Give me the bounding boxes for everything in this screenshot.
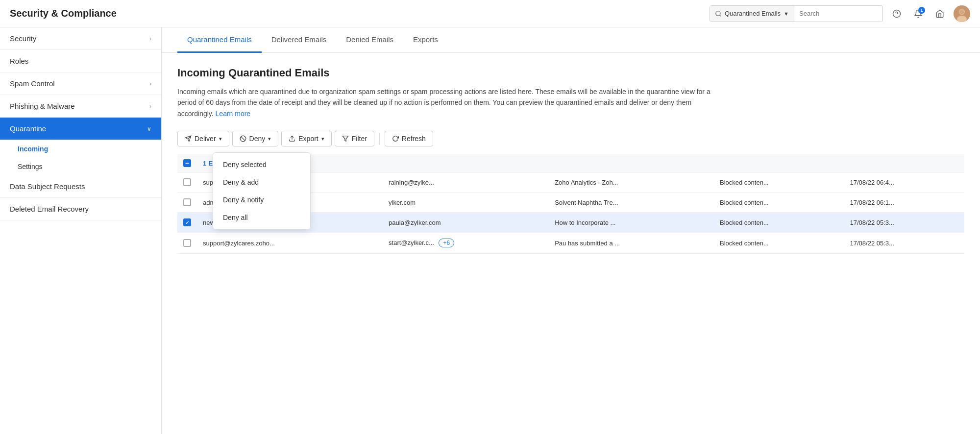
row4-checkbox[interactable] — [183, 239, 191, 247]
sidebar-chevron-security: › — [149, 35, 151, 42]
sidebar: Security › Roles Spam Control › Phishing… — [0, 27, 162, 434]
tab-denied-emails[interactable]: Denied Emails — [336, 27, 403, 53]
dropdown-chevron-icon: ▼ — [784, 11, 789, 17]
sidebar-item-data-subject-label: Data Subject Requests — [10, 182, 85, 191]
deny-add-option[interactable]: Deny & add — [213, 173, 310, 191]
row3-date: 17/08/22 05:3... — [850, 219, 894, 226]
deny-chevron-icon: ▾ — [268, 136, 271, 142]
sidebar-chevron-quarantine: ∨ — [147, 125, 151, 132]
sidebar-sub-item-incoming[interactable]: Incoming — [0, 140, 161, 158]
refresh-button[interactable]: Refresh — [385, 131, 433, 146]
col-header-reason — [714, 154, 844, 172]
sidebar-item-data-subject[interactable]: Data Subject Requests — [0, 175, 161, 198]
sidebar-sub-item-incoming-label: Incoming — [18, 145, 48, 153]
row3-checkbox[interactable]: ✓ — [183, 218, 191, 226]
col-header-checkbox: − — [177, 154, 197, 172]
row4-subject: Pau has submitted a ... — [555, 240, 653, 247]
help-button[interactable] — [889, 6, 905, 22]
page-title: Incoming Quarantined Emails — [177, 67, 964, 79]
avatar-svg — [954, 5, 970, 22]
deny-notify-option[interactable]: Deny & notify — [213, 191, 310, 209]
sidebar-sub-item-settings-label: Settings — [18, 163, 43, 170]
top-header: Security & Compliance Quarantined Emails… — [0, 0, 980, 27]
svg-point-7 — [959, 9, 964, 14]
page-description: Incoming emails which are quarantined du… — [177, 86, 716, 119]
table-row[interactable]: support@zylcares.zoho... start@zylker.c.… — [177, 233, 964, 254]
row2-subject: Solvent Naphtha Tre... — [555, 199, 653, 206]
sidebar-item-spam-label: Spam Control — [10, 79, 55, 88]
row1-to: raining@zylke... — [389, 179, 487, 186]
tab-exports[interactable]: Exports — [403, 27, 448, 53]
sidebar-item-spam-control[interactable]: Spam Control › — [0, 72, 161, 95]
deny-icon — [240, 135, 246, 142]
deny-button[interactable]: Deny ▾ — [232, 131, 279, 146]
search-input[interactable] — [794, 6, 882, 22]
search-dropdown-label: Quarantined Emails — [725, 10, 781, 17]
row2-date: 17/08/22 06:1... — [850, 199, 894, 206]
row4-reason: Blocked conten... — [720, 240, 769, 247]
row3-subject: How to Incorporate ... — [555, 219, 653, 226]
sidebar-item-quarantine-label: Quarantine — [10, 124, 46, 133]
svg-line-10 — [241, 137, 245, 141]
col-header-subject — [549, 154, 714, 172]
export-chevron-icon: ▾ — [321, 136, 324, 142]
export-button[interactable]: Export ▾ — [281, 131, 331, 146]
sidebar-item-quarantine[interactable]: Quarantine ∨ — [0, 118, 161, 140]
deny-selected-option[interactable]: Deny selected — [213, 156, 310, 173]
deliver-button[interactable]: Deliver ▾ — [177, 131, 229, 146]
tab-delivered-emails[interactable]: Delivered Emails — [262, 27, 337, 53]
sidebar-item-security[interactable]: Security › — [0, 27, 161, 50]
learn-more-link[interactable]: Learn more — [216, 110, 251, 118]
sidebar-chevron-phishing: › — [149, 103, 151, 110]
row4-to-extra-badge: +6 — [439, 239, 454, 247]
notification-button[interactable]: 1 — [910, 6, 926, 22]
svg-marker-12 — [343, 136, 348, 142]
app-title: Security & Compliance — [10, 8, 117, 19]
row2-reason: Blocked conten... — [720, 199, 769, 206]
search-bar: Quarantined Emails ▼ — [710, 5, 883, 22]
sidebar-item-roles-label: Roles — [10, 57, 28, 65]
row1-subject: Zoho Analytics - Zoh... — [555, 179, 653, 186]
col-header-date — [844, 154, 964, 172]
sidebar-sub-item-settings[interactable]: Settings — [0, 158, 161, 175]
tabs-bar: Quarantined Emails Delivered Emails Deni… — [162, 27, 980, 53]
row1-checkbox[interactable] — [183, 178, 191, 186]
content-area: Quarantined Emails Delivered Emails Deni… — [162, 27, 980, 434]
col-header-to — [383, 154, 549, 172]
refresh-icon — [392, 135, 399, 142]
deliver-icon — [185, 135, 192, 142]
notification-badge: 1 — [918, 7, 925, 14]
row3-reason: Blocked conten... — [720, 219, 769, 226]
row2-checkbox[interactable] — [183, 198, 191, 206]
avatar-image — [954, 5, 970, 22]
sidebar-item-roles[interactable]: Roles — [0, 50, 161, 72]
sidebar-chevron-spam: › — [149, 80, 151, 87]
row1-reason: Blocked conten... — [720, 179, 769, 186]
search-icon — [715, 10, 722, 17]
tab-quarantined-emails[interactable]: Quarantined Emails — [177, 27, 262, 53]
sidebar-item-security-label: Security — [10, 34, 36, 43]
sidebar-item-phishing-label: Phishing & Malware — [10, 102, 75, 110]
content-body: Incoming Quarantined Emails Incoming ema… — [162, 53, 980, 267]
search-dropdown-button[interactable]: Quarantined Emails ▼ — [710, 6, 794, 22]
svg-line-1 — [720, 15, 721, 16]
select-all-checkbox[interactable]: − — [183, 159, 191, 167]
svg-point-0 — [716, 11, 720, 15]
deny-dropdown: Deny selected Deny & add Deny & notify D… — [213, 152, 311, 230]
filter-button[interactable]: Filter — [335, 131, 374, 146]
main-layout: Security › Roles Spam Control › Phishing… — [0, 27, 980, 434]
row4-date: 17/08/22 05:3... — [850, 240, 894, 247]
home-button[interactable] — [932, 6, 948, 22]
toolbar: Deliver ▾ Deny ▾ Deny selected Deny & ad… — [177, 131, 964, 146]
toolbar-separator — [379, 133, 380, 145]
row3-to: paula@zylker.com — [389, 219, 441, 226]
sidebar-item-phishing[interactable]: Phishing & Malware › — [0, 95, 161, 118]
row4-to: start@zylker.c... — [389, 239, 434, 246]
row4-from: support@zylcares.zoho... — [203, 240, 301, 247]
filter-icon — [342, 135, 349, 142]
sidebar-item-deleted-email[interactable]: Deleted Email Recovery — [0, 198, 161, 220]
row1-date: 17/08/22 06:4... — [850, 179, 894, 186]
deny-all-option[interactable]: Deny all — [213, 209, 310, 226]
header-right: Quarantined Emails ▼ 1 — [710, 5, 970, 22]
avatar[interactable] — [954, 5, 970, 22]
